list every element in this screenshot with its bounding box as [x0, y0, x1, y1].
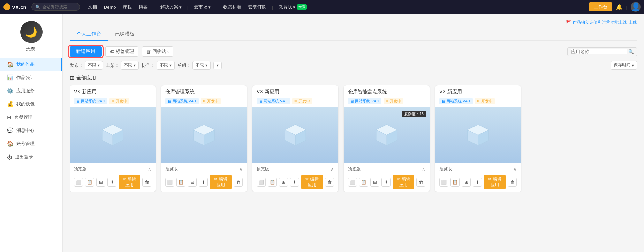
edit-btn-0[interactable]: ✏ 编辑应用 — [119, 175, 140, 189]
top-notice[interactable]: 🚩 作品独立充值和运营功能上线 上线 — [70, 19, 637, 25]
download-btn-1[interactable]: ⬇ — [199, 178, 208, 187]
user-avatar: 🌙 — [20, 21, 43, 43]
sidebar-item-my-works[interactable]: 🏠 我的作品 — [0, 58, 62, 71]
nav-courses[interactable]: 课程 — [120, 4, 135, 10]
download-btn-2[interactable]: ⬇ — [290, 178, 299, 187]
monitor-icon-4: 🖥 — [441, 99, 445, 103]
download-btn-4[interactable]: ⬇ — [473, 178, 482, 187]
grid-btn-1[interactable]: ⊞ — [188, 178, 197, 187]
avatar[interactable]: 👤 — [631, 2, 641, 12]
paste-btn-3[interactable]: 📋 — [359, 178, 368, 187]
logout-icon: ⏻ — [7, 154, 12, 160]
nav-blog[interactable]: 博客 — [136, 4, 151, 10]
copy-btn-1[interactable]: ⬜ — [165, 178, 174, 187]
wallet-icon: 💰 — [7, 101, 14, 107]
app-search-input[interactable] — [571, 49, 627, 54]
sidebar-item-wallet[interactable]: 💰 我的钱包 — [0, 97, 62, 111]
action-row-1: ⬜ 📋 ⊞ ⬇ ✏ 编辑应用 🗑 — [165, 175, 243, 189]
monitor-icon: 🖥 — [76, 99, 80, 103]
download-btn-3[interactable]: ⬇ — [381, 178, 391, 187]
edit-btn-4[interactable]: ✏ 编辑应用 — [484, 175, 506, 189]
download-btn-0[interactable]: ⬇ — [107, 178, 116, 187]
cube-svg-3 — [373, 121, 401, 149]
trash-icon: 🗑 — [146, 49, 151, 54]
notification-bell-icon[interactable]: 🔔 — [616, 4, 623, 10]
edit-btn-1[interactable]: ✏ 编辑应用 — [210, 175, 232, 189]
grid-btn-4[interactable]: ⊞ — [462, 178, 471, 187]
delete-btn-0[interactable]: 🗑 — [142, 178, 151, 187]
dev-tag-2: ✏ 开发中 — [292, 98, 312, 104]
preview-caret-3[interactable]: ∧ — [422, 166, 425, 172]
nav-packages[interactable]: 套餐订购 — [245, 4, 269, 10]
copy-btn-4[interactable]: ⬜ — [439, 178, 448, 187]
app-title-3: 仓库智能盘点系统 — [348, 89, 387, 95]
tabs: 个人工作台 已购模板 — [70, 28, 637, 41]
dev-tag-1: ✏ 开发中 — [201, 98, 221, 104]
delete-btn-4[interactable]: 🗑 — [508, 178, 517, 187]
delete-btn-3[interactable]: 🗑 — [416, 178, 425, 187]
tag-management-button[interactable]: 🏷 标签管理 — [105, 46, 138, 57]
sidebar-item-account[interactable]: 🏠 账号管理 — [0, 137, 62, 150]
filter-shelf-select[interactable]: 不限 ▾ — [121, 61, 139, 70]
filter-row: 发布： 不限 ▾ 上架： 不限 ▾ 协作： 不限 ▾ 单组： — [70, 61, 637, 70]
nav-education[interactable]: 教育版 ▾ 免费 — [276, 4, 310, 10]
preview-caret-0[interactable]: ∧ — [148, 166, 151, 172]
app-card-footer-3: 预览版 ∧ ⬜ 📋 ⊞ ⬇ ✏ 编辑应用 🗑 — [344, 163, 430, 192]
sidebar-item-app-service[interactable]: ⚙️ 应用服务 — [0, 84, 62, 97]
nav-demo[interactable]: Demo — [101, 5, 119, 10]
notice-link[interactable]: 上线 — [629, 20, 637, 25]
nav-pricing[interactable]: 收费标准 — [220, 4, 244, 10]
preview-row-2: 预览版 ∧ — [257, 166, 334, 172]
paste-btn-0[interactable]: 📋 — [85, 178, 94, 187]
sidebar-item-stats[interactable]: 📊 作品统计 — [0, 71, 62, 84]
filter-collab-select[interactable]: 不限 ▾ — [157, 61, 175, 70]
username: 无奈. — [26, 46, 37, 52]
sys-tag-2: 🖥 网站系统 V4.1 — [257, 98, 290, 104]
tab-personal-workspace[interactable]: 个人工作台 — [70, 28, 108, 41]
nav-cloud-market[interactable]: 云市场 ▾ — [191, 4, 213, 10]
filter-extra-select[interactable]: ▾ — [213, 62, 222, 69]
preview-caret-2[interactable]: ∧ — [331, 166, 334, 172]
nav-solutions[interactable]: 解决方案 ▾ — [158, 4, 184, 10]
preview-label-3: 预览版 — [348, 166, 361, 172]
workspace-button[interactable]: 工作台 — [589, 2, 612, 11]
grid-btn-0[interactable]: ⊞ — [96, 178, 105, 187]
sidebar: 🌙 无奈. 🏠 我的作品 📊 作品统计 ⚙️ 应用服务 💰 我的钱包 ⊞ — [0, 14, 63, 252]
edit-btn-2[interactable]: ✏ 编辑应用 — [301, 175, 323, 189]
new-app-button[interactable]: 新建应用 — [70, 46, 102, 57]
paste-btn-1[interactable]: 📋 — [176, 178, 185, 187]
sidebar-item-messages[interactable]: 💬 消息中心 — [0, 124, 62, 137]
app-title-0: VX 新应用 — [74, 89, 97, 95]
delete-btn-1[interactable]: 🗑 — [234, 178, 243, 187]
search-input[interactable] — [42, 5, 77, 9]
filter-group-select[interactable]: 不限 ▾ — [192, 61, 211, 70]
top-navigation: i VX.cn 🔍 文档 Demo 课程 博客 | 解决方案 ▾ | 云市场 ▾… — [0, 0, 644, 14]
preview-row-1: 预览版 ∧ — [165, 166, 243, 172]
sort-select[interactable]: 保存时间 ▾ — [611, 61, 637, 70]
paste-btn-4[interactable]: 📋 — [450, 178, 460, 187]
tab-purchased-templates[interactable]: 已购模板 — [108, 28, 142, 41]
logo[interactable]: i VX.cn — [3, 3, 26, 10]
recycle-chevron: › — [167, 49, 169, 54]
preview-caret-4[interactable]: ∧ — [513, 166, 517, 172]
pencil-icon-4: ✏ — [477, 99, 480, 103]
app-card-img-1 — [161, 107, 247, 163]
paste-btn-2[interactable]: 📋 — [268, 178, 277, 187]
pencil-icon-1: ✏ — [203, 99, 206, 103]
nav-docs[interactable]: 文档 — [85, 4, 100, 10]
cube-svg-2 — [281, 121, 309, 149]
app-search-box[interactable]: 🔍 — [567, 47, 637, 56]
sidebar-item-packages[interactable]: ⊞ 套餐管理 — [0, 111, 62, 124]
recycle-bin-button[interactable]: 🗑 回收站 › — [142, 46, 173, 57]
copy-btn-2[interactable]: ⬜ — [257, 178, 266, 187]
global-search[interactable]: 🔍 — [31, 3, 80, 11]
preview-caret-1[interactable]: ∧ — [239, 166, 243, 172]
edit-btn-3[interactable]: ✏ 编辑应用 — [393, 175, 414, 189]
copy-btn-0[interactable]: ⬜ — [74, 178, 83, 187]
sidebar-item-logout[interactable]: ⏻ 退出登录 — [0, 150, 62, 164]
copy-btn-3[interactable]: ⬜ — [348, 178, 357, 187]
filter-publish-select[interactable]: 不限 ▾ — [85, 61, 103, 70]
delete-btn-2[interactable]: 🗑 — [325, 178, 334, 187]
grid-btn-3[interactable]: ⊞ — [370, 178, 379, 187]
grid-btn-2[interactable]: ⊞ — [279, 178, 288, 187]
